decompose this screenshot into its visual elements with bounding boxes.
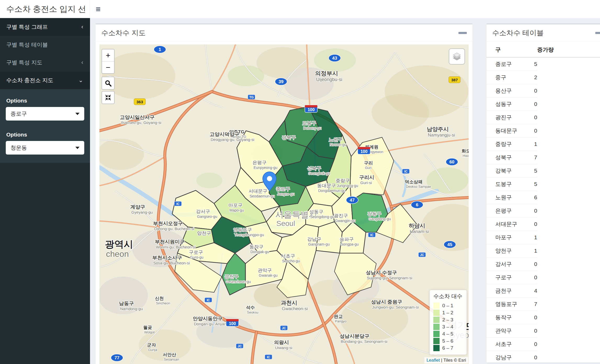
sidebar-item-hydrogen-station-map[interactable]: 수소차 충전소 지도 ⌄ <box>0 71 90 89</box>
table-row: 서초구0 <box>486 338 537 351</box>
map-label-en: Yeongdeungpo-gu <box>234 233 264 237</box>
chevron-left-icon: ‹ <box>81 24 83 30</box>
map-label-en: Dongjak-gu <box>250 250 269 254</box>
table-cell: 강남구 <box>486 351 534 364</box>
table-cell: 성동구 <box>486 98 534 111</box>
map-label-en: Seoul <box>276 219 295 228</box>
collapse-arrows-icon <box>105 94 111 101</box>
legend-label: 5 – 6 <box>442 338 453 344</box>
map-label: 강북구 <box>282 135 296 140</box>
table-cell: 5 <box>534 58 537 71</box>
sidebar-item-district-map[interactable]: 구별 특성 지도 ‹ <box>0 54 90 71</box>
map-label: 노원구 <box>329 137 343 142</box>
map-label-en: cheon <box>106 249 129 259</box>
table-row: 종로구5 <box>486 58 537 71</box>
map-label: 성남시분당구 <box>340 333 369 339</box>
table-cell: 1 <box>534 138 537 151</box>
tiles-credit: Tiles © Esri <box>443 358 466 363</box>
table-card: 수소차수 테이블 구 증가량 종로구5중구2용산구0성동구0광진구0동대문구0중… <box>486 24 600 363</box>
leaflet-map[interactable]: 의정부시Uijeongbu-si양주TGYangju TG고양시일산서구Ilsa… <box>99 44 469 364</box>
road-shield-6: 6 <box>411 201 423 208</box>
map-label-en: Namyangju-si <box>428 133 455 138</box>
table-cell: 1 <box>534 244 537 258</box>
map-label-en: Nowon-gu <box>330 143 346 147</box>
map-label: 남양주시 <box>427 126 449 132</box>
table-row: 동대문구0 <box>486 124 537 138</box>
sidebar-toggle-button[interactable]: ≡ <box>90 0 106 18</box>
map-label: 마포구 <box>228 203 243 208</box>
map-label-en: Wonmi-gu, Bucheon-si <box>156 245 195 249</box>
svg-text:TG: TG <box>249 95 254 99</box>
table-cell: 4 <box>534 284 537 298</box>
table-row: 서대문구0 <box>486 218 537 231</box>
app-logo: 수소차 충전소 입지 선 <box>0 0 90 18</box>
district-select[interactable]: 종로구 <box>6 107 84 121</box>
map-label: 종로구 <box>276 186 290 192</box>
layers-control[interactable] <box>449 48 465 65</box>
map-label: 고양시일산서구 <box>120 115 155 120</box>
collapse-icon[interactable] <box>458 32 467 34</box>
table-cell: 0 <box>534 98 537 111</box>
sidebar-item-district-graph[interactable]: 구별 특성 그래프 ‹ <box>0 18 90 36</box>
legend-entry: 0 – 1 <box>433 302 462 309</box>
map-label: 판교 <box>334 314 343 319</box>
map-label-en: Gangnam-gu <box>308 242 330 246</box>
legend-swatch <box>433 303 440 309</box>
table-row: 강서구0 <box>486 258 537 271</box>
legend-label: 6 – 7 <box>442 345 453 351</box>
map-label: 신천 <box>155 296 164 301</box>
search-button[interactable] <box>102 77 115 90</box>
svg-text:100: 100 <box>361 149 368 154</box>
map-label-en: Sujeong-gu, Seongnam-si <box>367 276 412 280</box>
sidebar-item-label: 구별 특성 그래프 <box>6 23 48 31</box>
legend-entry: 2 – 3 <box>433 316 462 323</box>
map-label: 계양구 <box>130 204 145 210</box>
map-label: 부천시소사구 <box>152 255 182 260</box>
map-label: 성동구 <box>309 209 323 214</box>
dong-select-value: 청운동 <box>10 144 27 151</box>
dong-select[interactable]: 청운동 <box>6 141 84 155</box>
svg-text:JC: JC <box>420 253 424 257</box>
svg-text:IC: IC <box>176 202 180 206</box>
table-cell: 2 <box>534 71 537 84</box>
map-label: 금천구 <box>225 274 239 279</box>
map-label-en: Pangyo <box>335 319 346 323</box>
map-label: 광역시 <box>105 239 133 249</box>
map-label: 의정부시 <box>315 70 338 77</box>
map-label: 은평구 <box>253 160 267 165</box>
table-cell: 7 <box>534 298 537 311</box>
map-label: 하남시 <box>409 223 425 229</box>
hamburger-icon: ≡ <box>96 5 101 13</box>
map-label: 석수 <box>246 305 255 310</box>
table-cell: 1 <box>534 231 537 244</box>
svg-text:IC: IC <box>370 233 373 237</box>
table-card-title: 수소차수 테이블 <box>492 28 544 38</box>
zoom-out-button[interactable]: − <box>102 61 114 73</box>
svg-text:77: 77 <box>115 355 120 360</box>
legend-label: 1 – 2 <box>442 310 453 316</box>
table-cell: 0 <box>534 258 537 271</box>
zoom-in-button[interactable]: + <box>102 49 114 61</box>
column-header-increase: 증가량 <box>537 43 600 57</box>
table-cell: 강서구 <box>486 258 534 271</box>
map-label: 고양시덕양구 <box>210 132 239 137</box>
search-icon <box>105 80 111 87</box>
leaflet-link[interactable]: Leaflet <box>427 358 440 363</box>
sidebar-item-district-table[interactable]: 구별 특성 테이블 <box>0 36 90 54</box>
sidebar-options-panel: Options 종로구 Options 청운동 <box>0 89 90 163</box>
table-cell: 0 <box>534 338 537 351</box>
svg-text:47: 47 <box>350 198 355 203</box>
map-label-en: Eunpyeong-gu <box>254 166 277 170</box>
zoom-control: + − <box>102 49 115 74</box>
table-row: 양천구1 <box>486 244 537 258</box>
table-cell: 0 <box>534 218 537 231</box>
collapse-icon[interactable] <box>595 32 600 34</box>
map-label-en: Seoansan <box>164 357 179 361</box>
table-cell: 종로구 <box>486 58 534 71</box>
options-label: Options <box>6 98 90 104</box>
fit-extent-button[interactable] <box>102 91 115 104</box>
svg-text:JC: JC <box>282 326 286 330</box>
table-row: 강북구5 <box>486 164 537 178</box>
legend-label: 3 – 4 <box>442 324 453 330</box>
svg-text:1: 1 <box>159 47 161 52</box>
